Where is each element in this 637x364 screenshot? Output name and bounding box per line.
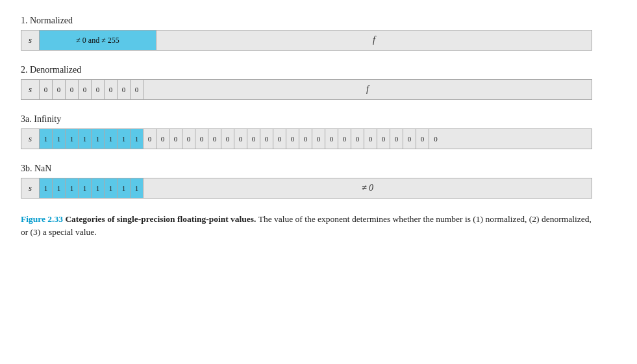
inf-frac-bit-3: 0	[182, 129, 195, 149]
inf-frac-bit-4: 0	[195, 129, 208, 149]
inf-exp-bit-1: 1	[53, 129, 66, 149]
inf-frac-bit-1: 0	[156, 129, 169, 149]
s-cell-inf: s	[21, 129, 40, 149]
nan-exp-bit-4: 1	[92, 178, 105, 198]
nan-exp-bit-0: 1	[40, 178, 53, 198]
exp-bit-2: 0	[66, 80, 79, 99]
s-cell: s	[21, 30, 40, 50]
nan-exp-bit-3: 1	[79, 178, 92, 198]
inf-frac-bit-0: 0	[144, 129, 156, 149]
f-label-cell-denorm: f	[144, 80, 592, 99]
inf-frac-bit-10: 0	[273, 129, 286, 149]
denormalized-section: 2. Denormalized s 0 0 0 0 0 0 0 0 f	[21, 65, 616, 100]
inf-frac-bit-16: 0	[351, 129, 364, 149]
normalized-section: 1. Normalized s ≠ 0 and ≠ 255 f	[21, 16, 616, 51]
nan-exp-bit-2: 1	[66, 178, 79, 198]
exp-bit-7: 0	[131, 80, 144, 99]
denormalized-label: 2. Denormalized	[21, 65, 616, 75]
inf-exp-bit-4: 1	[92, 129, 105, 149]
inf-frac-bit-9: 0	[260, 129, 273, 149]
inf-exp-bit-2: 1	[66, 129, 79, 149]
nan-diagram: s 1 1 1 1 1 1 1 1 ≠ 0	[21, 178, 592, 199]
nan-frac-constraint-cell: ≠ 0	[144, 178, 592, 198]
nan-neq-label: ≠ 0	[362, 183, 373, 193]
normalized-label: 1. Normalized	[21, 16, 616, 26]
nan-exp-bit-7: 1	[131, 178, 144, 198]
inf-exp-bit-5: 1	[105, 129, 118, 149]
f-label-cell: f	[156, 30, 592, 50]
exp-bit-5: 0	[105, 80, 118, 99]
figure-label: Figure 2.33	[21, 214, 63, 224]
inf-exp-bit-6: 1	[118, 129, 131, 149]
inf-frac-bit-8: 0	[247, 129, 260, 149]
inf-frac-bit-11: 0	[286, 129, 299, 149]
nan-label: 3b. NaN	[21, 164, 616, 174]
inf-frac-bit-7: 0	[234, 129, 247, 149]
exp-constraint-cell: ≠ 0 and ≠ 255	[40, 30, 156, 50]
exp-bit-0: 0	[40, 80, 53, 99]
inf-frac-bit-5: 0	[208, 129, 221, 149]
inf-frac-bit-17: 0	[364, 129, 377, 149]
infinity-label: 3a. Infinity	[21, 114, 616, 125]
infinity-section: 3a. Infinity s 1 1 1 1 1 1 1 1 0 0 0 0 0…	[21, 114, 616, 149]
inf-frac-bit-6: 0	[221, 129, 234, 149]
nan-exp-bit-5: 1	[105, 178, 118, 198]
inf-frac-bit-19: 0	[390, 129, 403, 149]
exp-bit-1: 0	[53, 80, 66, 99]
inf-frac-bit-20: 0	[403, 129, 416, 149]
normalized-diagram: s ≠ 0 and ≠ 255 f	[21, 30, 592, 51]
inf-exp-bit-3: 1	[79, 129, 92, 149]
inf-frac-bit-22: 0	[429, 129, 442, 149]
exp-bit-3: 0	[79, 80, 92, 99]
infinity-diagram: s 1 1 1 1 1 1 1 1 0 0 0 0 0 0 0 0 0 0 0 …	[21, 128, 592, 149]
denormalized-diagram: s 0 0 0 0 0 0 0 0 f	[21, 79, 592, 100]
inf-frac-bit-13: 0	[312, 129, 325, 149]
exp-bit-4: 0	[92, 80, 105, 99]
nan-exp-bit-6: 1	[118, 178, 131, 198]
inf-frac-bit-12: 0	[299, 129, 312, 149]
inf-exp-bit-7: 1	[131, 129, 144, 149]
exp-bit-6: 0	[118, 80, 131, 99]
inf-frac-bit-21: 0	[416, 129, 429, 149]
s-cell-denorm: s	[21, 80, 40, 99]
inf-frac-bit-2: 0	[169, 129, 182, 149]
figure-caption: Figure 2.33 Categories of single-precisi…	[21, 213, 592, 239]
inf-frac-bit-18: 0	[377, 129, 390, 149]
figure-title: Categories of single-precision floating-…	[65, 214, 256, 224]
nan-exp-bit-1: 1	[53, 178, 66, 198]
nan-section: 3b. NaN s 1 1 1 1 1 1 1 1 ≠ 0	[21, 164, 616, 199]
s-cell-nan: s	[21, 178, 40, 198]
inf-frac-bit-14: 0	[325, 129, 338, 149]
inf-exp-bit-0: 1	[40, 129, 53, 149]
neq-label: ≠ 0 and ≠ 255	[76, 36, 119, 45]
inf-frac-bit-15: 0	[338, 129, 351, 149]
